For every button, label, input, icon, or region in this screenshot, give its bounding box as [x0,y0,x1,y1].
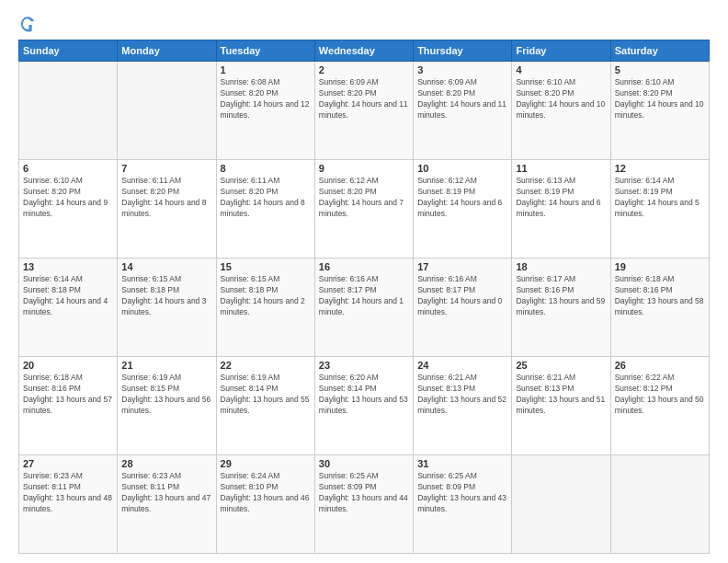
day-info: Sunrise: 6:19 AMSunset: 8:14 PMDaylight:… [221,373,311,417]
day-number: 28 [121,458,211,469]
header-day-friday: Friday [512,40,610,62]
day-number: 19 [615,261,705,272]
calendar-cell: 27Sunrise: 6:23 AMSunset: 8:11 PMDayligh… [19,455,118,554]
header-day-monday: Monday [118,40,216,62]
calendar-cell: 24Sunrise: 6:21 AMSunset: 8:13 PMDayligh… [414,357,512,455]
day-info: Sunrise: 6:09 AMSunset: 8:20 PMDaylight:… [319,77,409,121]
day-info: Sunrise: 6:22 AMSunset: 8:12 PMDaylight:… [615,373,705,417]
calendar-cell: 29Sunrise: 6:24 AMSunset: 8:10 PMDayligh… [216,455,314,554]
day-number: 9 [319,163,409,174]
day-info: Sunrise: 6:13 AMSunset: 8:19 PMDaylight:… [516,176,606,220]
calendar-cell: 10Sunrise: 6:12 AMSunset: 8:19 PMDayligh… [414,160,512,259]
calendar-cell: 8Sunrise: 6:11 AMSunset: 8:20 PMDaylight… [216,160,314,259]
calendar-cell: 16Sunrise: 6:16 AMSunset: 8:17 PMDayligh… [314,259,413,357]
calendar-cell: 1Sunrise: 6:08 AMSunset: 8:20 PMDaylight… [216,62,314,160]
header-day-sunday: Sunday [19,40,118,62]
calendar-cell: 23Sunrise: 6:20 AMSunset: 8:14 PMDayligh… [314,357,413,455]
day-number: 16 [319,261,409,272]
day-info: Sunrise: 6:23 AMSunset: 8:11 PMDaylight:… [121,471,211,515]
day-number: 12 [615,163,705,174]
day-info: Sunrise: 6:15 AMSunset: 8:18 PMDaylight:… [121,274,211,318]
day-info: Sunrise: 6:21 AMSunset: 8:13 PMDaylight:… [516,373,606,417]
day-info: Sunrise: 6:10 AMSunset: 8:20 PMDaylight:… [516,77,606,121]
calendar-cell: 28Sunrise: 6:23 AMSunset: 8:11 PMDayligh… [118,455,216,554]
calendar-cell: 30Sunrise: 6:25 AMSunset: 8:09 PMDayligh… [314,455,413,554]
calendar-cell: 18Sunrise: 6:17 AMSunset: 8:16 PMDayligh… [512,259,610,357]
day-info: Sunrise: 6:25 AMSunset: 8:09 PMDaylight:… [319,471,409,515]
calendar-cell: 19Sunrise: 6:18 AMSunset: 8:16 PMDayligh… [610,259,709,357]
day-info: Sunrise: 6:18 AMSunset: 8:16 PMDaylight:… [23,373,113,417]
calendar-cell: 25Sunrise: 6:21 AMSunset: 8:13 PMDayligh… [512,357,610,455]
day-number: 29 [221,458,311,469]
calendar-header-row: SundayMondayTuesdayWednesdayThursdayFrid… [19,40,710,62]
day-number: 18 [516,261,606,272]
day-number: 21 [121,360,211,371]
calendar-cell: 11Sunrise: 6:13 AMSunset: 8:19 PMDayligh… [512,160,610,259]
day-info: Sunrise: 6:23 AMSunset: 8:11 PMDaylight:… [23,471,113,515]
header [18,14,710,32]
day-info: Sunrise: 6:19 AMSunset: 8:15 PMDaylight:… [121,373,211,417]
day-info: Sunrise: 6:18 AMSunset: 8:16 PMDaylight:… [615,274,705,318]
day-number: 7 [121,163,211,174]
day-info: Sunrise: 6:20 AMSunset: 8:14 PMDaylight:… [319,373,409,417]
day-info: Sunrise: 6:10 AMSunset: 8:20 PMDaylight:… [615,77,705,121]
day-number: 11 [516,163,606,174]
calendar-cell: 21Sunrise: 6:19 AMSunset: 8:15 PMDayligh… [118,357,216,455]
day-number: 20 [23,360,113,371]
header-day-tuesday: Tuesday [216,40,314,62]
calendar-cell: 5Sunrise: 6:10 AMSunset: 8:20 PMDaylight… [610,62,709,160]
day-info: Sunrise: 6:14 AMSunset: 8:18 PMDaylight:… [23,274,113,318]
calendar-cell [610,455,709,554]
day-number: 26 [615,360,705,371]
day-number: 27 [23,458,113,469]
day-number: 5 [615,64,705,75]
day-number: 10 [417,163,507,174]
day-info: Sunrise: 6:11 AMSunset: 8:20 PMDaylight:… [221,176,311,220]
day-number: 15 [221,261,311,272]
calendar-cell [19,62,118,160]
calendar-cell [118,62,216,160]
week-row-0: 1Sunrise: 6:08 AMSunset: 8:20 PMDaylight… [19,62,710,160]
day-number: 25 [516,360,606,371]
calendar-cell [512,455,610,554]
day-info: Sunrise: 6:16 AMSunset: 8:17 PMDaylight:… [319,274,409,318]
day-info: Sunrise: 6:11 AMSunset: 8:20 PMDaylight:… [121,176,211,220]
day-info: Sunrise: 6:14 AMSunset: 8:19 PMDaylight:… [615,176,705,220]
day-number: 14 [121,261,211,272]
page: SundayMondayTuesdayWednesdayThursdayFrid… [0,0,728,563]
day-number: 2 [319,64,409,75]
calendar-cell: 7Sunrise: 6:11 AMSunset: 8:20 PMDaylight… [118,160,216,259]
logo-icon [18,14,37,32]
week-row-4: 27Sunrise: 6:23 AMSunset: 8:11 PMDayligh… [19,455,710,554]
day-number: 4 [516,64,606,75]
day-number: 3 [417,64,507,75]
calendar-cell: 13Sunrise: 6:14 AMSunset: 8:18 PMDayligh… [19,259,118,357]
day-info: Sunrise: 6:21 AMSunset: 8:13 PMDaylight:… [417,373,507,417]
calendar-cell: 9Sunrise: 6:12 AMSunset: 8:20 PMDaylight… [314,160,413,259]
header-day-thursday: Thursday [414,40,512,62]
calendar-cell: 12Sunrise: 6:14 AMSunset: 8:19 PMDayligh… [610,160,709,259]
day-info: Sunrise: 6:16 AMSunset: 8:17 PMDaylight:… [417,274,507,318]
day-number: 17 [417,261,507,272]
day-info: Sunrise: 6:08 AMSunset: 8:20 PMDaylight:… [221,77,311,121]
calendar-cell: 2Sunrise: 6:09 AMSunset: 8:20 PMDaylight… [314,62,413,160]
day-info: Sunrise: 6:17 AMSunset: 8:16 PMDaylight:… [516,274,606,318]
logo [18,14,40,32]
week-row-2: 13Sunrise: 6:14 AMSunset: 8:18 PMDayligh… [19,259,710,357]
day-number: 30 [319,458,409,469]
calendar-cell: 17Sunrise: 6:16 AMSunset: 8:17 PMDayligh… [414,259,512,357]
calendar-cell: 14Sunrise: 6:15 AMSunset: 8:18 PMDayligh… [118,259,216,357]
calendar-cell: 22Sunrise: 6:19 AMSunset: 8:14 PMDayligh… [216,357,314,455]
calendar: SundayMondayTuesdayWednesdayThursdayFrid… [18,40,710,554]
calendar-cell: 26Sunrise: 6:22 AMSunset: 8:12 PMDayligh… [610,357,709,455]
header-day-saturday: Saturday [610,40,709,62]
day-number: 1 [221,64,311,75]
day-number: 6 [23,163,113,174]
calendar-cell: 20Sunrise: 6:18 AMSunset: 8:16 PMDayligh… [19,357,118,455]
header-day-wednesday: Wednesday [314,40,413,62]
day-info: Sunrise: 6:25 AMSunset: 8:09 PMDaylight:… [417,471,507,515]
day-info: Sunrise: 6:24 AMSunset: 8:10 PMDaylight:… [221,471,311,515]
day-number: 23 [319,360,409,371]
day-number: 24 [417,360,507,371]
calendar-cell: 15Sunrise: 6:15 AMSunset: 8:18 PMDayligh… [216,259,314,357]
